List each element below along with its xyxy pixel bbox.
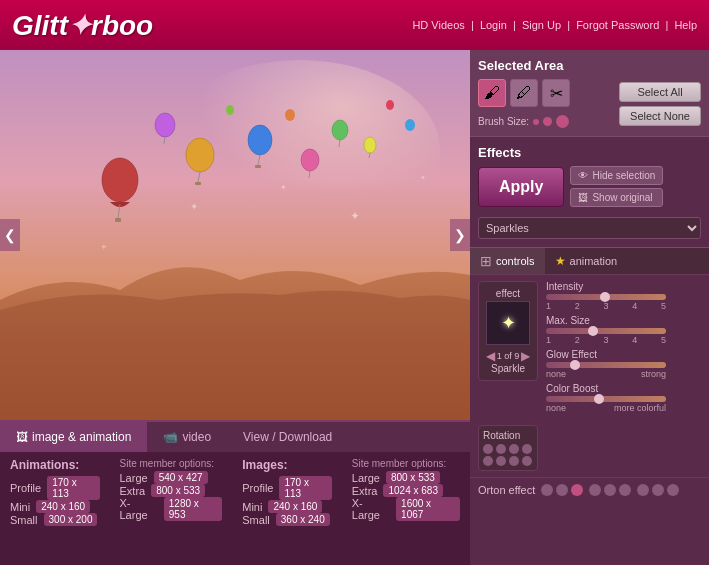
- orton-dot-2[interactable]: [556, 484, 568, 496]
- anim-member-label: Site member options:: [120, 458, 223, 469]
- apply-row: Apply 👁 Hide selection 🖼 Show original: [478, 166, 701, 207]
- rot-dot-2[interactable]: [496, 444, 506, 454]
- anim-size-profile: Profile 170 x 113: [10, 476, 100, 500]
- login-link[interactable]: Login: [480, 19, 507, 31]
- brush-size-label: Brush Size:: [478, 116, 529, 127]
- orton-dot-7[interactable]: [637, 484, 649, 496]
- color-boost-label: Color Boost: [546, 383, 666, 394]
- orton-dots-group-3: [637, 484, 679, 496]
- forgot-link[interactable]: Forgot Password: [576, 19, 659, 31]
- brush-tool-2[interactable]: 🖊: [510, 79, 538, 107]
- brush-tool-3[interactable]: ✂: [542, 79, 570, 107]
- orton-dot-1[interactable]: [541, 484, 553, 496]
- svg-point-15: [364, 137, 376, 153]
- show-original-button[interactable]: 🖼 Show original: [570, 188, 663, 207]
- effect-dropdown[interactable]: Sparkles Glitter Stars Bokeh Rainbow: [478, 217, 701, 239]
- max-size-thumb[interactable]: [588, 326, 598, 336]
- svg-point-17: [155, 113, 175, 137]
- orton-dot-8[interactable]: [652, 484, 664, 496]
- glow-thumb[interactable]: [570, 360, 580, 370]
- brush-tool-1[interactable]: 🖌: [478, 79, 506, 107]
- orton-effect-row: Orton effect: [470, 477, 709, 502]
- intensity-track[interactable]: [546, 294, 666, 300]
- orton-dot-9[interactable]: [667, 484, 679, 496]
- canvas-image: ✦ ✦ ✦ ✦ ✦: [0, 50, 470, 420]
- rot-dot-1[interactable]: [483, 444, 493, 454]
- show-icon: 🖼: [578, 192, 588, 203]
- animation-tab[interactable]: ★ animation: [545, 248, 628, 274]
- color-boost-track[interactable]: [546, 396, 666, 402]
- rotation-card: Rotation: [478, 425, 538, 471]
- svg-text:✦: ✦: [280, 183, 287, 192]
- img-profile-size[interactable]: 170 x 113: [279, 476, 331, 500]
- hide-icon: 👁: [578, 170, 588, 181]
- anim-extra: Extra 800 x 533: [120, 484, 223, 497]
- svg-point-21: [386, 100, 394, 110]
- img-small-size[interactable]: 360 x 240: [276, 513, 330, 526]
- img-mini-size[interactable]: 240 x 160: [268, 500, 322, 513]
- rot-dot-8[interactable]: [522, 456, 532, 466]
- img-xlarge-size[interactable]: 1600 x 1067: [396, 497, 460, 521]
- effect-name-label: Sparkle: [491, 363, 525, 374]
- select-none-button[interactable]: Select None: [619, 106, 701, 126]
- svg-rect-4: [115, 218, 121, 222]
- glow-nums: none strong: [546, 369, 666, 379]
- orton-dot-5[interactable]: [604, 484, 616, 496]
- orton-dot-4[interactable]: [589, 484, 601, 496]
- header: Glitt✦rboo HD Videos | Login | Sign Up |…: [0, 0, 709, 50]
- anim-xlarge-size[interactable]: 1280 x 953: [164, 497, 222, 521]
- effect-nav: ◀ 1 of 9 ▶: [486, 349, 531, 363]
- rot-dot-5[interactable]: [483, 456, 493, 466]
- hd-videos-link[interactable]: HD Videos: [412, 19, 464, 31]
- brush-row: 🖌 🖊 ✂ Brush Size: Select All Select None: [478, 79, 701, 128]
- anim-mini-size[interactable]: 240 x 160: [36, 500, 90, 513]
- img-extra-size[interactable]: 1024 x 683: [383, 484, 443, 497]
- svg-text:✦: ✦: [350, 209, 360, 223]
- anim-extra-size[interactable]: 800 x 533: [151, 484, 205, 497]
- prev-effect-button[interactable]: ◀: [486, 349, 495, 363]
- rot-dot-4[interactable]: [522, 444, 532, 454]
- next-effect-button[interactable]: ▶: [521, 349, 530, 363]
- signup-link[interactable]: Sign Up: [522, 19, 561, 31]
- glow-track[interactable]: [546, 362, 666, 368]
- anim-large-size[interactable]: 540 x 427: [154, 471, 208, 484]
- prev-image-button[interactable]: ❮: [0, 219, 20, 251]
- controls-tabs: ⊞ controls ★ animation: [470, 248, 709, 275]
- orton-dots-group-2: [589, 484, 631, 496]
- effects-title: Effects: [478, 145, 701, 160]
- rotation-dots: [483, 444, 533, 466]
- select-all-button[interactable]: Select All: [619, 82, 701, 102]
- animations-member-section: Site member options: Large 540 x 427 Ext…: [120, 458, 223, 559]
- svg-text:✦: ✦: [420, 174, 426, 181]
- rot-dot-6[interactable]: [496, 456, 506, 466]
- controls-tab[interactable]: ⊞ controls: [470, 248, 545, 274]
- hide-selection-button[interactable]: 👁 Hide selection: [570, 166, 663, 185]
- tab-view-download[interactable]: View / Download: [227, 422, 348, 452]
- controls-icon: ⊞: [480, 253, 492, 269]
- tab-image-animation[interactable]: 🖼 image & animation: [0, 422, 147, 452]
- intensity-thumb[interactable]: [600, 292, 610, 302]
- orton-dot-3[interactable]: [571, 484, 583, 496]
- anim-profile-size[interactable]: 170 x 113: [47, 476, 99, 500]
- rot-dot-7[interactable]: [509, 456, 519, 466]
- image-container: ✦ ✦ ✦ ✦ ✦ ❮ ❯: [0, 50, 470, 420]
- brush-size-medium[interactable]: [543, 117, 552, 126]
- img-large-size[interactable]: 800 x 533: [386, 471, 440, 484]
- brush-size-row: Brush Size:: [478, 115, 570, 128]
- color-boost-thumb[interactable]: [594, 394, 604, 404]
- max-size-track[interactable]: [546, 328, 666, 334]
- effect-card: effect ✦ ◀ 1 of 9 ▶ Sparkle: [478, 281, 538, 381]
- brush-size-large[interactable]: [556, 115, 569, 128]
- next-image-button[interactable]: ❯: [450, 219, 470, 251]
- brush-size-small[interactable]: [533, 119, 539, 125]
- tab-video[interactable]: 📹 video: [147, 422, 227, 452]
- orton-dot-6[interactable]: [619, 484, 631, 496]
- sparkle-icon: ✦: [501, 312, 516, 334]
- rot-dot-3[interactable]: [509, 444, 519, 454]
- anim-small-size[interactable]: 300 x 200: [44, 513, 98, 526]
- help-link[interactable]: Help: [674, 19, 697, 31]
- toggle-buttons: 👁 Hide selection 🖼 Show original: [570, 166, 663, 207]
- anim-size-small: Small 300 x 200: [10, 513, 100, 526]
- apply-button[interactable]: Apply: [478, 167, 564, 207]
- bottom-tabs: 🖼 image & animation 📹 video View / Downl…: [0, 420, 470, 452]
